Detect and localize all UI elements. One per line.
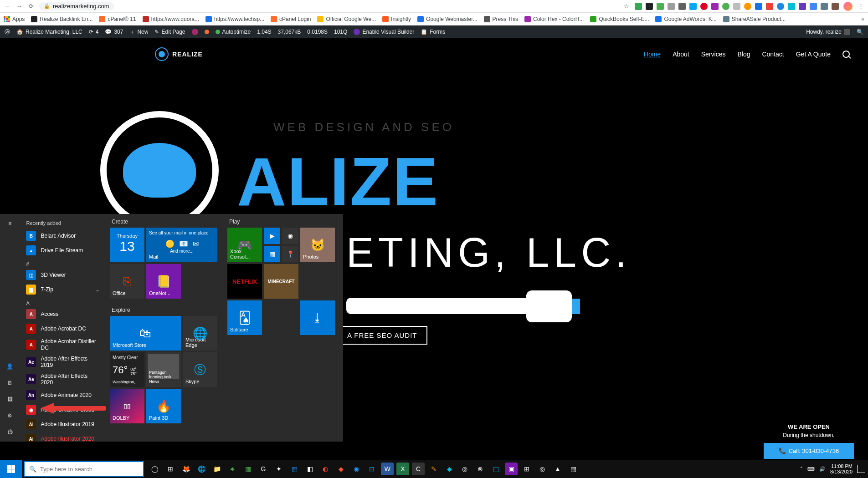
user-icon[interactable]: 👤 bbox=[6, 362, 14, 371]
notifications-icon[interactable] bbox=[857, 465, 865, 473]
wp-visual-builder[interactable]: Enable Visual Builder bbox=[354, 29, 414, 35]
ext-icon[interactable] bbox=[733, 3, 740, 10]
tile-paint3d[interactable]: 🔥Paint 3D bbox=[146, 389, 181, 423]
search-icon[interactable] bbox=[842, 51, 850, 58]
ext-icon[interactable] bbox=[668, 3, 675, 10]
bookmark-item[interactable]: Color Hex - ColorH... bbox=[524, 16, 584, 22]
tile-movies[interactable]: ▶ bbox=[264, 228, 280, 244]
expand-icon[interactable]: ≡ bbox=[6, 219, 14, 228]
tile-solitaire[interactable]: 🂡Solitaire bbox=[227, 300, 262, 335]
site-logo[interactable]: REALIZE bbox=[155, 47, 203, 61]
ext-icon[interactable] bbox=[810, 3, 817, 10]
wp-yoast[interactable] bbox=[192, 29, 198, 35]
app-list-item[interactable]: AAccess bbox=[21, 307, 104, 321]
steam-icon[interactable]: ◎ bbox=[458, 463, 471, 475]
tile-news[interactable]: Pentagonforming taskNews bbox=[146, 352, 181, 387]
tile-onenote[interactable]: 📒OneNot... bbox=[146, 264, 181, 299]
pictures-icon[interactable]: 🖼 bbox=[6, 395, 14, 403]
cortana-icon[interactable]: ◯ bbox=[149, 463, 161, 475]
tile-calendar[interactable]: Thursday13 bbox=[110, 228, 144, 262]
tile-groove[interactable]: ◉ bbox=[282, 228, 298, 244]
tile-weather[interactable]: Mostly Clear 76°82°75° Washington,... bbox=[110, 352, 144, 387]
nav-link[interactable]: Blog bbox=[737, 51, 750, 58]
nav-link[interactable]: About bbox=[673, 51, 689, 58]
ext-icon[interactable] bbox=[657, 3, 664, 10]
tile-minecraft[interactable]: MINECRAFT bbox=[264, 264, 298, 299]
group-play[interactable]: Play bbox=[227, 219, 339, 228]
reload-icon[interactable]: ⟳ bbox=[27, 3, 35, 10]
documents-icon[interactable]: 🗎 bbox=[6, 379, 14, 387]
nav-link[interactable]: Services bbox=[701, 51, 726, 58]
ext-icon[interactable] bbox=[635, 3, 642, 10]
ext-icon[interactable] bbox=[689, 3, 697, 10]
app-icon[interactable]: C bbox=[412, 463, 425, 475]
tile-dolby[interactable]: ▯▯DOLBY bbox=[110, 389, 144, 423]
app-icon[interactable]: ◉ bbox=[350, 463, 363, 475]
clock[interactable]: 11:08 PM8/13/2020 bbox=[830, 463, 853, 474]
tile-maps[interactable]: 📍 bbox=[282, 246, 298, 262]
app-icon[interactable]: ◐ bbox=[319, 463, 332, 475]
wp-updates[interactable]: ⟳ 4 bbox=[89, 29, 99, 35]
omnibox[interactable]: 🔒 realizemarketing.com bbox=[39, 2, 114, 10]
word-icon[interactable]: W bbox=[381, 463, 394, 475]
app-icon[interactable]: G bbox=[257, 463, 270, 475]
tile-skype[interactable]: ⓈSkype bbox=[183, 352, 217, 387]
ext-icon[interactable] bbox=[711, 3, 719, 10]
profile-avatar[interactable] bbox=[843, 2, 853, 11]
excel-icon[interactable]: X bbox=[396, 463, 409, 475]
app-icon[interactable]: ◆ bbox=[334, 463, 347, 475]
app-icon[interactable]: ▦ bbox=[288, 463, 301, 475]
tile-calc[interactable]: ▦ bbox=[264, 246, 280, 262]
search-input[interactable] bbox=[40, 466, 139, 473]
group-explore[interactable]: Explore bbox=[110, 307, 222, 316]
app-icon[interactable]: ◆ bbox=[443, 463, 456, 475]
app-list-item[interactable]: AeAdobe After Effects 2019 bbox=[21, 353, 104, 371]
ext-icon[interactable] bbox=[777, 3, 784, 10]
ext-icon[interactable] bbox=[755, 3, 762, 10]
forward-icon[interactable]: → bbox=[15, 3, 23, 10]
task-view-icon[interactable]: ⊞ bbox=[164, 463, 177, 475]
ext-icon[interactable] bbox=[722, 3, 729, 10]
tray-keyboard-icon[interactable]: ⌨ bbox=[807, 466, 815, 472]
tile-office[interactable]: ⎘Office bbox=[110, 264, 144, 299]
app-list-item[interactable]: AeAdobe After Effects 2020 bbox=[21, 371, 104, 388]
bookmarks-overflow[interactable]: » bbox=[861, 16, 864, 22]
tile-netflix[interactable]: NETFLIX bbox=[227, 264, 262, 299]
bookmark-item[interactable]: https://www.quora... bbox=[143, 16, 199, 22]
wp-new[interactable]: ＋ New bbox=[129, 28, 148, 36]
bookmark-item[interactable]: Google Webmaster... bbox=[417, 16, 478, 22]
chrome-icon[interactable]: 🌐 bbox=[195, 463, 208, 475]
bookmark-item[interactable]: Official Google We... bbox=[317, 16, 376, 22]
taskbar-search[interactable]: 🔍 bbox=[25, 462, 143, 476]
app-list-item[interactable]: AiAdobe Illustrator 2020 bbox=[21, 432, 104, 442]
letter-header[interactable]: # bbox=[21, 258, 104, 268]
bookmark-item[interactable]: Press This bbox=[484, 16, 518, 22]
wp-site-name[interactable]: 🏠 Realize Marketing, LLC bbox=[16, 29, 82, 35]
wp-edit-page[interactable]: ✎ Edit Page bbox=[154, 29, 185, 35]
app-icon[interactable]: ▦ bbox=[567, 463, 580, 475]
bookmark-item[interactable]: ShareASale Product... bbox=[723, 16, 786, 22]
power-icon[interactable]: ⏻ bbox=[6, 428, 14, 436]
wp-logo[interactable]: ⓦ bbox=[5, 28, 10, 36]
app-icon[interactable]: ♣ bbox=[226, 463, 239, 475]
start-app-list[interactable]: Recently added BBelarc Advisor▲Drive Fil… bbox=[20, 214, 106, 442]
bookmark-item[interactable]: cPanel® 11 bbox=[99, 16, 136, 22]
ext-icon[interactable] bbox=[700, 3, 708, 10]
app-list-item[interactable]: AAdobe Acrobat DC bbox=[21, 321, 104, 336]
app-icon[interactable]: ⊞ bbox=[520, 463, 533, 475]
settings-icon[interactable]: ⚙ bbox=[6, 412, 14, 420]
nav-link[interactable]: Home bbox=[644, 51, 661, 58]
app-icon[interactable]: ▥ bbox=[241, 463, 254, 475]
bookmark-item[interactable]: https://www.techsp... bbox=[205, 16, 264, 22]
firefox-icon[interactable]: 🦊 bbox=[180, 463, 192, 475]
tile-photos[interactable]: 🐱Photos bbox=[300, 228, 335, 262]
app-list-item[interactable]: ◫3D Viewer bbox=[21, 268, 104, 282]
wp-comments[interactable]: 💬 307 bbox=[105, 29, 123, 35]
menu-icon[interactable]: ⋮ bbox=[857, 3, 864, 10]
tray-volume-icon[interactable]: 🔊 bbox=[819, 466, 826, 472]
app-list-item[interactable]: AiAdobe Illustrator 2019 bbox=[21, 417, 104, 432]
start-button[interactable] bbox=[0, 460, 22, 478]
app-list-item[interactable]: ▇7-Zip⌄ bbox=[21, 282, 104, 297]
ext-icon[interactable] bbox=[678, 3, 686, 10]
bookmark-item[interactable]: Google AdWords: K... bbox=[655, 16, 716, 22]
